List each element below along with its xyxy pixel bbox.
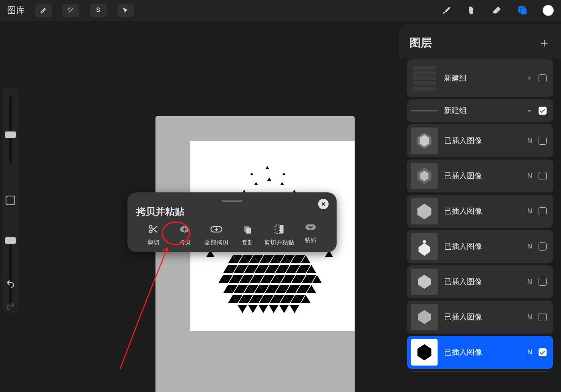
cut-paste-label: 剪切并粘贴 (264, 239, 294, 247)
magic-wand-button[interactable] (63, 4, 79, 17)
brush-size-knob[interactable] (5, 131, 16, 138)
layer-name: 已插入图像 (444, 135, 521, 146)
arrow-cursor-icon (121, 6, 129, 14)
add-layer-button[interactable]: ＋ (538, 39, 551, 46)
visibility-checkbox[interactable] (539, 313, 547, 321)
color-swatch-button[interactable] (543, 5, 554, 16)
group-line-icon (411, 110, 438, 111)
chevron-right-icon (527, 75, 532, 81)
svg-rect-7 (246, 228, 251, 234)
layer-name: 已插入图像 (444, 347, 521, 358)
top-toolbar: 图库 (0, 0, 561, 21)
transform-arrow-button[interactable] (117, 4, 134, 17)
group-name: 新建组 (444, 105, 520, 116)
layer-thumb (411, 304, 438, 330)
visibility-checkbox[interactable] (539, 137, 547, 145)
gallery-button[interactable]: 图库 (7, 4, 25, 16)
blend-mode[interactable]: N (527, 313, 532, 321)
blend-mode[interactable]: N (527, 207, 532, 215)
cut-paste-button[interactable]: 剪切并粘贴 (264, 224, 295, 247)
copy-all-button[interactable]: 全部拷贝 (201, 224, 232, 247)
smudge-tool-button[interactable] (466, 5, 477, 16)
layer-name: 已插入图像 (444, 206, 521, 216)
wand-icon (67, 6, 75, 14)
plus-circle-icon (179, 224, 190, 235)
visibility-checkbox[interactable] (539, 207, 547, 215)
undo-redo-group (2, 273, 18, 313)
opacity-knob[interactable] (5, 237, 16, 244)
copy-paste-title: 拷贝并粘贴 (136, 205, 328, 218)
layer-thumb (411, 198, 438, 224)
layer-group-row[interactable]: 新建组 (407, 59, 553, 97)
blend-mode[interactable]: N (527, 242, 532, 251)
brush-icon (442, 5, 452, 16)
blend-mode[interactable]: N (527, 172, 532, 180)
cut-label: 剪切 (147, 239, 159, 247)
chevron-down-icon (527, 108, 532, 113)
layer-row[interactable]: 已插入图像 N (407, 265, 553, 298)
selection-s-button[interactable] (90, 4, 107, 17)
wrench-button[interactable] (35, 4, 52, 17)
paste-button[interactable]: 粘贴 (295, 224, 326, 247)
copy-label: 拷贝 (179, 239, 191, 247)
close-icon: ✕ (321, 201, 326, 207)
layer-thumb (411, 233, 438, 260)
copy-button[interactable]: 拷贝 (169, 224, 200, 247)
svg-point-3 (149, 230, 152, 233)
svg-rect-1 (520, 8, 527, 14)
duplicate-button[interactable]: 复制 (232, 224, 263, 247)
smudge-icon (466, 5, 477, 16)
svg-rect-10 (305, 224, 316, 230)
cut-button[interactable]: 剪切 (138, 224, 169, 247)
duplicate-icon (242, 224, 253, 235)
blend-mode[interactable]: N (527, 278, 532, 286)
undo-icon (6, 279, 15, 289)
svg-point-2 (149, 226, 152, 228)
layer-row[interactable]: 已插入图像 N (407, 195, 553, 228)
visibility-checkbox[interactable] (539, 348, 547, 356)
blend-mode[interactable]: N (527, 137, 532, 145)
layer-row[interactable]: 已插入图像 N (407, 160, 553, 192)
copy-paste-bar: ✕ 拷贝并粘贴 剪切 拷贝 全部拷贝 复制 剪切并粘贴 粘贴 (127, 192, 337, 252)
layers-tool-button[interactable] (517, 5, 528, 16)
visibility-checkbox[interactable] (539, 278, 547, 286)
layer-group-row[interactable]: 新建组 (407, 99, 553, 122)
chevron-down-fill-icon (305, 224, 316, 232)
layer-row-base[interactable]: 图层 1 N (407, 371, 553, 372)
visibility-checkbox[interactable] (539, 74, 547, 82)
close-button[interactable]: ✕ (318, 199, 329, 209)
dashed-rect-icon (274, 224, 285, 235)
layer-row[interactable]: 已插入图像 N (407, 124, 553, 157)
layers-header: 图层 ＋ (399, 24, 561, 59)
s-icon (94, 6, 102, 14)
brush-size-slider[interactable] (9, 96, 12, 164)
drag-handle[interactable] (222, 200, 242, 202)
layer-row[interactable]: 已插入图像 N (407, 301, 553, 333)
visibility-checkbox[interactable] (539, 107, 547, 115)
layer-name: 已插入图像 (444, 241, 521, 252)
wrench-icon (40, 6, 48, 14)
group-thumb (411, 65, 438, 91)
brush-tool-button[interactable] (442, 5, 452, 16)
undo-button[interactable] (6, 279, 15, 290)
modifier-button[interactable] (6, 196, 15, 205)
layers-title: 图层 (410, 35, 432, 51)
layer-row[interactable]: 已插入图像 N (407, 230, 553, 263)
layers-list[interactable]: 新建组 新建组 已插入图像 N (399, 59, 561, 372)
visibility-checkbox[interactable] (539, 172, 547, 180)
layers-icon (517, 5, 528, 16)
layer-thumb (411, 127, 438, 154)
eraser-tool-button[interactable] (491, 5, 502, 16)
blend-mode[interactable]: N (527, 348, 532, 356)
scissors-icon (148, 224, 159, 235)
layer-name: 已插入图像 (444, 277, 521, 287)
layer-thumb (411, 269, 438, 295)
duplicate-label: 复制 (242, 239, 254, 247)
redo-button[interactable] (6, 301, 15, 313)
canvas-area[interactable] (155, 116, 355, 392)
eraser-icon (491, 5, 502, 16)
group-name: 新建组 (444, 73, 520, 83)
copy-paste-actions: 剪切 拷贝 全部拷贝 复制 剪切并粘贴 粘贴 (136, 224, 328, 247)
layer-row-selected[interactable]: 已插入图像 N (407, 336, 553, 369)
visibility-checkbox[interactable] (539, 242, 547, 251)
